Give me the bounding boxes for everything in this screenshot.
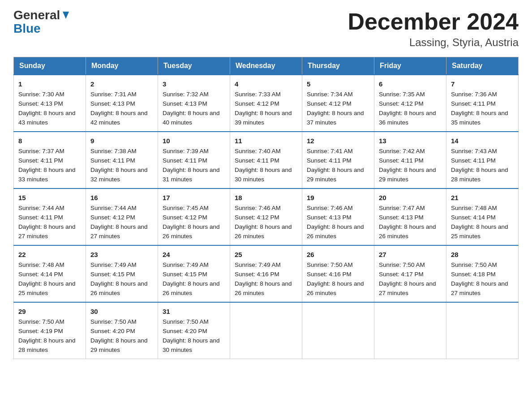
- table-row: 6Sunrise: 7:35 AMSunset: 4:12 PMDaylight…: [374, 75, 446, 132]
- sunset-text: Sunset: 4:20 PM: [163, 328, 207, 334]
- sunrise-text: Sunrise: 7:49 AM: [163, 261, 209, 268]
- day-number: 22: [18, 249, 81, 260]
- col-thursday: Thursday: [302, 57, 374, 75]
- sunrise-text: Sunrise: 7:50 AM: [163, 318, 209, 325]
- sunrise-text: Sunrise: 7:33 AM: [235, 91, 281, 98]
- col-saturday: Saturday: [446, 57, 519, 75]
- sunrise-text: Sunrise: 7:50 AM: [307, 261, 353, 268]
- sunrise-text: Sunrise: 7:35 AM: [379, 91, 425, 98]
- sunset-text: Sunset: 4:11 PM: [235, 157, 279, 164]
- table-row: 30Sunrise: 7:50 AMSunset: 4:20 PMDayligh…: [86, 302, 158, 359]
- day-number: 30: [90, 306, 153, 317]
- table-row: 10Sunrise: 7:39 AMSunset: 4:11 PMDayligh…: [158, 132, 230, 188]
- daylight-text: Daylight: 8 hours and 32 minutes: [90, 167, 148, 183]
- day-number: 26: [307, 249, 369, 260]
- sunrise-text: Sunrise: 7:50 AM: [379, 261, 425, 268]
- daylight-text: Daylight: 8 hours and 26 minutes: [379, 223, 436, 240]
- calendar-week-row: 15Sunrise: 7:44 AMSunset: 4:11 PMDayligh…: [14, 188, 519, 245]
- day-number: 24: [163, 249, 225, 260]
- table-row: 7Sunrise: 7:36 AMSunset: 4:11 PMDaylight…: [446, 75, 519, 132]
- sunrise-text: Sunrise: 7:46 AM: [235, 205, 281, 211]
- daylight-text: Daylight: 8 hours and 26 minutes: [307, 280, 364, 296]
- daylight-text: Daylight: 8 hours and 25 minutes: [18, 280, 76, 296]
- daylight-text: Daylight: 8 hours and 27 minutes: [90, 223, 148, 240]
- daylight-text: Daylight: 8 hours and 40 minutes: [163, 110, 220, 126]
- sunrise-text: Sunrise: 7:44 AM: [18, 205, 64, 211]
- page-header: General Blue December 2024 Lassing, Styr…: [13, 9, 519, 49]
- sunrise-text: Sunrise: 7:49 AM: [90, 261, 137, 268]
- day-number: 9: [90, 136, 153, 146]
- sunrise-text: Sunrise: 7:50 AM: [90, 318, 137, 325]
- daylight-text: Daylight: 8 hours and 33 minutes: [18, 167, 76, 183]
- sunset-text: Sunset: 4:11 PM: [18, 157, 63, 164]
- sunrise-text: Sunrise: 7:41 AM: [307, 148, 353, 154]
- day-number: 2: [90, 79, 153, 89]
- table-row: 22Sunrise: 7:48 AMSunset: 4:14 PMDayligh…: [14, 245, 86, 302]
- daylight-text: Daylight: 8 hours and 37 minutes: [307, 110, 364, 126]
- table-row: [302, 302, 374, 359]
- sunset-text: Sunset: 4:11 PM: [451, 157, 496, 164]
- sunrise-text: Sunrise: 7:38 AM: [90, 148, 137, 154]
- daylight-text: Daylight: 8 hours and 29 minutes: [90, 337, 148, 353]
- sunset-text: Sunset: 4:13 PM: [18, 100, 63, 107]
- sunset-text: Sunset: 4:11 PM: [307, 157, 352, 164]
- daylight-text: Daylight: 8 hours and 26 minutes: [307, 223, 364, 240]
- calendar-week-row: 22Sunrise: 7:48 AMSunset: 4:14 PMDayligh…: [14, 245, 519, 302]
- sunrise-text: Sunrise: 7:48 AM: [451, 205, 497, 211]
- table-row: 23Sunrise: 7:49 AMSunset: 4:15 PMDayligh…: [86, 245, 158, 302]
- table-row: 12Sunrise: 7:41 AMSunset: 4:11 PMDayligh…: [302, 132, 374, 188]
- table-row: 20Sunrise: 7:47 AMSunset: 4:13 PMDayligh…: [374, 188, 446, 245]
- sunset-text: Sunset: 4:12 PM: [90, 214, 135, 221]
- sunrise-text: Sunrise: 7:46 AM: [307, 205, 353, 211]
- day-number: 12: [307, 136, 369, 146]
- daylight-text: Daylight: 8 hours and 27 minutes: [18, 223, 76, 240]
- day-number: 3: [163, 79, 225, 89]
- sunset-text: Sunset: 4:16 PM: [307, 271, 352, 278]
- sunrise-text: Sunrise: 7:43 AM: [451, 148, 497, 154]
- daylight-text: Daylight: 8 hours and 28 minutes: [451, 167, 508, 183]
- sunrise-text: Sunrise: 7:30 AM: [18, 91, 64, 98]
- sunset-text: Sunset: 4:18 PM: [451, 271, 496, 278]
- table-row: 19Sunrise: 7:46 AMSunset: 4:13 PMDayligh…: [302, 188, 374, 245]
- sunset-text: Sunset: 4:20 PM: [90, 328, 135, 334]
- daylight-text: Daylight: 8 hours and 26 minutes: [163, 280, 220, 296]
- daylight-text: Daylight: 8 hours and 31 minutes: [163, 167, 220, 183]
- sunrise-text: Sunrise: 7:34 AM: [307, 91, 353, 98]
- calendar-week-row: 29Sunrise: 7:50 AMSunset: 4:19 PMDayligh…: [14, 302, 519, 359]
- daylight-text: Daylight: 8 hours and 35 minutes: [451, 110, 508, 126]
- day-number: 6: [379, 79, 442, 89]
- sunset-text: Sunset: 4:12 PM: [163, 214, 207, 221]
- daylight-text: Daylight: 8 hours and 26 minutes: [163, 223, 220, 240]
- sunset-text: Sunset: 4:16 PM: [235, 271, 279, 278]
- day-number: 4: [235, 79, 297, 89]
- day-number: 1: [18, 79, 81, 89]
- logo: General Blue: [13, 9, 71, 36]
- sunset-text: Sunset: 4:11 PM: [90, 157, 135, 164]
- sunset-text: Sunset: 4:13 PM: [307, 214, 352, 221]
- table-row: 31Sunrise: 7:50 AMSunset: 4:20 PMDayligh…: [158, 302, 230, 359]
- daylight-text: Daylight: 8 hours and 26 minutes: [235, 280, 292, 296]
- calendar-header-row: Sunday Monday Tuesday Wednesday Thursday…: [14, 57, 519, 75]
- calendar-week-row: 1Sunrise: 7:30 AMSunset: 4:13 PMDaylight…: [14, 75, 519, 132]
- sunrise-text: Sunrise: 7:39 AM: [163, 148, 209, 154]
- daylight-text: Daylight: 8 hours and 39 minutes: [235, 110, 292, 126]
- sunset-text: Sunset: 4:11 PM: [163, 157, 207, 164]
- daylight-text: Daylight: 8 hours and 43 minutes: [18, 110, 76, 126]
- sunrise-text: Sunrise: 7:42 AM: [379, 148, 425, 154]
- day-number: 21: [451, 193, 514, 203]
- sunrise-text: Sunrise: 7:31 AM: [90, 91, 137, 98]
- table-row: 24Sunrise: 7:49 AMSunset: 4:15 PMDayligh…: [158, 245, 230, 302]
- day-number: 10: [163, 136, 225, 146]
- day-number: 23: [90, 249, 153, 260]
- sunset-text: Sunset: 4:19 PM: [18, 328, 63, 334]
- table-row: 25Sunrise: 7:49 AMSunset: 4:16 PMDayligh…: [230, 245, 302, 302]
- daylight-text: Daylight: 8 hours and 26 minutes: [90, 280, 148, 296]
- day-number: 25: [235, 249, 297, 260]
- table-row: 14Sunrise: 7:43 AMSunset: 4:11 PMDayligh…: [446, 132, 519, 188]
- table-row: [374, 302, 446, 359]
- table-row: 28Sunrise: 7:50 AMSunset: 4:18 PMDayligh…: [446, 245, 519, 302]
- table-row: 26Sunrise: 7:50 AMSunset: 4:16 PMDayligh…: [302, 245, 374, 302]
- table-row: 21Sunrise: 7:48 AMSunset: 4:14 PMDayligh…: [446, 188, 519, 245]
- sunrise-text: Sunrise: 7:40 AM: [235, 148, 281, 154]
- daylight-text: Daylight: 8 hours and 27 minutes: [379, 280, 436, 296]
